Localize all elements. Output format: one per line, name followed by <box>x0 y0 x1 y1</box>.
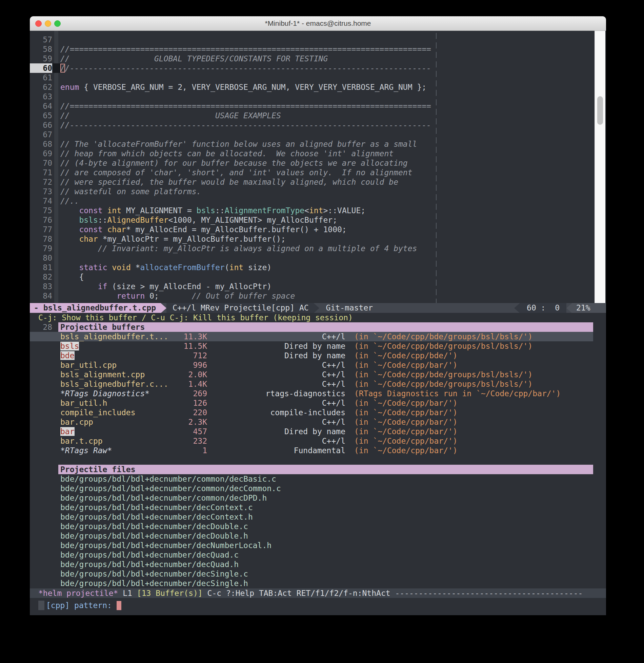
code-line[interactable]: 59// GLOBAL TYPEDEFS/CONSTANTS FOR TESTI… <box>30 54 606 63</box>
window-title: *Minibuf-1* - emacs@citrus.home <box>265 19 371 27</box>
minibuffer-prompt: [cpp] pattern: <box>46 601 117 610</box>
line-number: 60 <box>30 63 52 73</box>
buffer-row[interactable]: bar.t.cpp232C++/l(in `~/Code/cpp/bar/') <box>30 436 593 446</box>
line-number: 66 <box>30 120 52 130</box>
code-line[interactable]: 63 <box>30 92 606 101</box>
code-line[interactable]: 72// were specified, the buffer would be… <box>30 177 606 187</box>
file-row[interactable]: bde/groups/bdl/bdl+decnumber/common/decC… <box>30 484 593 493</box>
modeline-dashes: ---------------------------------------- <box>395 589 583 598</box>
code-line[interactable]: 60//------------------------------------… <box>30 63 606 73</box>
line-number: 63 <box>30 92 52 101</box>
code-line[interactable]: 82 { <box>30 272 606 282</box>
code-line[interactable]: 83 if (size > my_AllocEnd - my_AllocPtr) <box>30 282 606 291</box>
code-line[interactable]: 75 const int MY_ALIGNMENT = bsls::Alignm… <box>30 206 606 215</box>
buffer-row[interactable]: bar.cpp2.3KC++/l(in `~/Code/cpp/bar/') <box>30 417 593 427</box>
powerline-arrow-left-icon <box>514 303 520 313</box>
line-number: 77 <box>30 225 52 234</box>
helm-help-hint: C-c ?:Help TAB:Act RET/f1/f2/f-n:NthAct <box>207 589 390 598</box>
code-line[interactable]: 71// are composed of 'char', 'short', an… <box>30 168 606 177</box>
traffic-lights <box>35 16 61 31</box>
code-line[interactable]: 58//====================================… <box>30 44 606 54</box>
code-line[interactable]: 73// wasteful on some platforms. <box>30 187 606 196</box>
helm-window[interactable]: 28Projectile buffersbsls_alignedbuffer.t… <box>30 322 606 588</box>
file-row[interactable]: bde/groups/bdl/bdl+decnumber/decNumberLo… <box>30 541 593 550</box>
helm-mode-line: *helm projectile* L1 [13 Buffer(s)] C-c … <box>30 588 606 598</box>
buffer-row[interactable]: bsls_alignedbuffer.t...11.3KC++/l(in `~/… <box>30 332 593 341</box>
powerline-arrow-icon <box>161 303 166 313</box>
powerline-arrow-left-icon <box>566 303 572 313</box>
buffer-row[interactable]: *RTags Raw*1Fundamental(in `~/Code/cpp/b… <box>30 446 593 455</box>
scrollbar-thumb[interactable] <box>597 96 603 125</box>
code-line[interactable]: 80 <box>30 253 606 263</box>
code-line[interactable]: 76 bsls::AlignedBuffer<1000, MY_ALIGNMEN… <box>30 215 606 225</box>
code-line[interactable]: 57 <box>30 35 606 44</box>
code-line[interactable]: 69// heap from which objects can be allo… <box>30 149 606 158</box>
buffer-row[interactable]: bar_util.cpp996C++/l(in `~/Code/cpp/bar/… <box>30 360 593 370</box>
code-line[interactable]: 74//.. <box>30 196 606 206</box>
file-row[interactable]: bde/groups/bdl/bdl+decnumber/common/decD… <box>30 493 593 503</box>
modeline-major-modes: C++/l MRev Projectile[cpp] AC <box>166 303 314 313</box>
minimize-button[interactable] <box>45 20 51 27</box>
window-titlebar[interactable]: *Minibuf-1* - emacs@citrus.home <box>30 16 606 31</box>
code-line[interactable]: 68// The 'allocateFromBuffer' function b… <box>30 139 606 149</box>
line-number: 84 <box>30 291 52 301</box>
close-button[interactable] <box>35 20 42 27</box>
code-line[interactable]: 70// (4-byte alignment) for our buffer b… <box>30 158 606 168</box>
code-line[interactable]: 67 <box>30 130 606 139</box>
line-number: 62 <box>30 82 52 92</box>
file-row[interactable]: bde/groups/bdl/bdl+decnumber/common/decB… <box>30 474 593 484</box>
line-number: 75 <box>30 206 52 215</box>
line-number: 81 <box>30 263 52 272</box>
buffer-row[interactable]: bar_util.h126C++/l(in `~/Code/cpp/bar/') <box>30 398 593 408</box>
modeline-spacer <box>373 303 514 313</box>
modeline-git-branch: Git-master <box>319 303 373 313</box>
line-number: 65 <box>30 111 52 120</box>
blank-row <box>30 455 593 465</box>
code-line[interactable]: 66//------------------------------------… <box>30 120 606 130</box>
helm-section-header: Projectile files <box>30 465 593 474</box>
line-number: 57 <box>30 35 52 44</box>
modeline-line-number: 60 <box>527 303 536 312</box>
code-line[interactable]: 84 return 0; // Out of buffer space <box>30 291 606 301</box>
line-number: 73 <box>30 187 52 196</box>
modeline-position: 60 : 0 <box>520 303 566 313</box>
file-row[interactable]: bde/groups/bdl/bdl+decnumber/decSingle.h <box>30 579 593 588</box>
buffer-row[interactable]: *RTags Diagnostics*269rtags-diagnostics(… <box>30 389 593 398</box>
file-row[interactable]: bde/groups/bdl/bdl+decnumber/decDouble.c <box>30 522 593 531</box>
code-line[interactable]: 81 static void *allocateFromBuffer(int s… <box>30 263 606 272</box>
code-lines: 5758//==================================… <box>30 35 606 301</box>
scrollbar-track[interactable] <box>595 31 605 303</box>
file-row[interactable]: bde/groups/bdl/bdl+decnumber/decContext.… <box>30 503 593 512</box>
code-line[interactable]: 77 const char* my_AllocEnd = my_AllocBuf… <box>30 225 606 234</box>
buffer-row[interactable]: bsls_alignedbuffer.c...1.4KC++/l(in `~/C… <box>30 379 593 389</box>
code-line[interactable]: 62enum { VERBOSE_ARG_NUM = 2, VERY_VERBO… <box>30 82 606 92</box>
emacs-window: *Minibuf-1* - emacs@citrus.home 5758//==… <box>30 16 606 615</box>
line-number: 82 <box>30 272 52 282</box>
buffer-row[interactable]: bde712Dired by name(in `~/Code/cpp/bde/'… <box>30 351 593 360</box>
buffer-row[interactable]: bar457Dired by name(in `~/Code/cpp/bar/'… <box>30 427 593 436</box>
file-row[interactable]: bde/groups/bdl/bdl+decnumber/decContext.… <box>30 512 593 522</box>
code-line[interactable]: 78 char *my_AllocPtr = my_AllocBuffer.bu… <box>30 234 606 244</box>
zoom-button[interactable] <box>54 20 61 27</box>
line-number: 79 <box>30 244 52 253</box>
code-line[interactable]: 65// USAGE EXAMPLES <box>30 111 606 120</box>
line-number: 64 <box>30 101 52 111</box>
code-line[interactable]: 64//====================================… <box>30 101 606 111</box>
line-number: 69 <box>30 149 52 158</box>
line-number: 78 <box>30 234 52 244</box>
file-row[interactable]: bde/groups/bdl/bdl+decnumber/decSingle.c <box>30 569 593 579</box>
file-row[interactable]: bde/groups/bdl/bdl+decnumber/decQuad.h <box>30 560 593 569</box>
buffer-row[interactable]: bsls_alignment.cpp2.0KC++/l(in `~/Code/c… <box>30 370 593 379</box>
minibuffer[interactable]: [cpp] pattern: <box>30 598 606 615</box>
line-number: 71 <box>30 168 52 177</box>
code-line[interactable]: 79 // Invariant: my_AllocPtr is always a… <box>30 244 606 253</box>
file-row[interactable]: bde/groups/bdl/bdl+decnumber/decQuad.c <box>30 550 593 560</box>
powerline-arrow-icon <box>314 303 319 313</box>
helm-buffer-name: *helm projectile* <box>38 589 118 598</box>
code-window[interactable]: 5758//==================================… <box>30 31 606 303</box>
file-row[interactable]: bde/groups/bdl/bdl+decnumber/decDouble.h <box>30 531 593 541</box>
buffer-row[interactable]: bsls11.5KDired by name(in `~/Code/cpp/bd… <box>30 341 593 351</box>
mode-line: - bsls_alignedbuffer.t.cpp C++/l MRev Pr… <box>30 303 606 313</box>
buffer-row[interactable]: compile_includes220compile-includes(in `… <box>30 408 593 417</box>
code-line[interactable]: 61 <box>30 73 606 82</box>
